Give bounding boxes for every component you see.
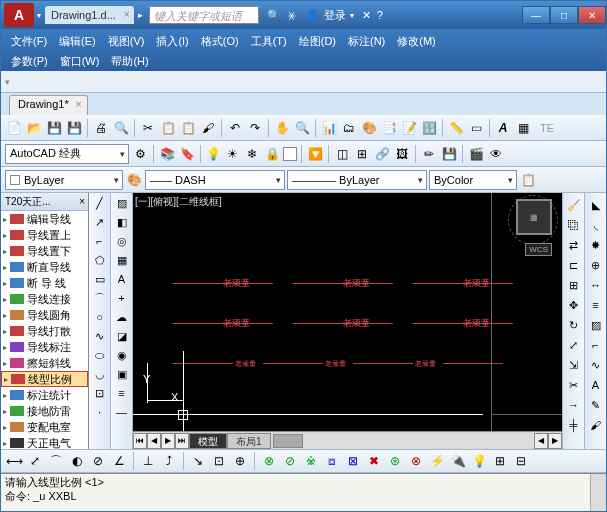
- addpt-icon[interactable]: +: [114, 290, 130, 306]
- prop-match-icon[interactable]: 🖌: [588, 417, 604, 433]
- menu-item[interactable]: 格式(O): [197, 34, 243, 49]
- circle-icon[interactable]: ○: [92, 309, 108, 325]
- spline-icon[interactable]: ∿: [92, 328, 108, 344]
- freeze-icon[interactable]: ❄: [243, 145, 261, 163]
- properties-icon[interactable]: 📊: [320, 119, 338, 137]
- ray-icon[interactable]: ↗: [92, 214, 108, 230]
- palette-item[interactable]: 变配电室: [1, 419, 88, 435]
- xref-icon[interactable]: 🔗: [373, 145, 391, 163]
- plotstyle-combo[interactable]: ByColor: [429, 170, 517, 190]
- line-icon[interactable]: ╱: [92, 195, 108, 211]
- paste-icon[interactable]: 📋: [179, 119, 197, 137]
- stretch-icon[interactable]: ⇲: [566, 357, 582, 373]
- xline-icon[interactable]: —: [114, 404, 130, 420]
- tolerance-icon[interactable]: ⊡: [210, 452, 228, 470]
- tool-palette-icon[interactable]: 🎨: [360, 119, 378, 137]
- palette-item[interactable]: 天正电气: [1, 435, 88, 449]
- palette-header[interactable]: T20天正...: [1, 193, 88, 211]
- dim-aligned-icon[interactable]: ⤢: [26, 452, 44, 470]
- tab-model[interactable]: 模型: [189, 433, 227, 449]
- edit-pline-icon[interactable]: ⌐: [588, 337, 604, 353]
- break-icon[interactable]: ╪: [566, 417, 582, 433]
- mline-icon[interactable]: ≡: [114, 385, 130, 401]
- gradient-icon[interactable]: ◧: [114, 214, 130, 230]
- palette-item[interactable]: 擦短斜线: [1, 355, 88, 371]
- menu-item[interactable]: 帮助(H): [107, 54, 152, 69]
- palette-item[interactable]: 导线置下: [1, 243, 88, 259]
- mirror-icon[interactable]: ⇄: [566, 237, 582, 253]
- boundary-icon[interactable]: ▣: [114, 366, 130, 382]
- elec-icon-5[interactable]: ⊠: [344, 452, 362, 470]
- palette-item[interactable]: 导线圆角: [1, 307, 88, 323]
- visual-icon[interactable]: 👁: [487, 145, 505, 163]
- polygon-icon[interactable]: ⬠: [92, 252, 108, 268]
- distance-icon[interactable]: 📏: [447, 119, 465, 137]
- cmd-scrollbar[interactable]: [590, 474, 606, 512]
- block-write-icon[interactable]: 💾: [440, 145, 458, 163]
- block-edit-icon[interactable]: ✏: [420, 145, 438, 163]
- erase-icon[interactable]: 🧹: [566, 197, 582, 213]
- view-cube[interactable]: ▦: [516, 199, 552, 235]
- elec-icon-3[interactable]: ※: [302, 452, 320, 470]
- leader-icon[interactable]: ↘: [189, 452, 207, 470]
- search-input[interactable]: 键入关键字或短语: [149, 6, 259, 24]
- close-button[interactable]: ✕: [578, 6, 606, 24]
- center-mark-icon[interactable]: ⊕: [231, 452, 249, 470]
- arc-icon[interactable]: ⌒: [92, 290, 108, 306]
- palette-item[interactable]: 接地防雷: [1, 403, 88, 419]
- elec-icon-11[interactable]: 💡: [470, 452, 488, 470]
- sheet-set-icon[interactable]: 📑: [380, 119, 398, 137]
- tab-layout1[interactable]: 布局1: [227, 433, 271, 449]
- elec-icon-9[interactable]: ⚡: [428, 452, 446, 470]
- elec-icon-10[interactable]: 🔌: [449, 452, 467, 470]
- dim-ord-icon[interactable]: ⊥: [139, 452, 157, 470]
- trim-icon[interactable]: ✂: [566, 377, 582, 393]
- dim-angular-icon[interactable]: ∠: [110, 452, 128, 470]
- wipeout-icon[interactable]: ◪: [114, 328, 130, 344]
- undo-icon[interactable]: ↶: [226, 119, 244, 137]
- palette-item[interactable]: 线型比例: [1, 371, 88, 387]
- wcs-label[interactable]: WCS: [525, 243, 552, 256]
- palette-item[interactable]: 导线置上: [1, 227, 88, 243]
- move-icon[interactable]: ✥: [566, 297, 582, 313]
- area-icon[interactable]: ▭: [467, 119, 485, 137]
- help-icon[interactable]: ?: [377, 9, 383, 21]
- document-tab[interactable]: Drawing1*: [9, 95, 88, 115]
- open-icon[interactable]: 📂: [25, 119, 43, 137]
- calc-icon[interactable]: 🔢: [420, 119, 438, 137]
- h-scrollbar[interactable]: [273, 434, 534, 448]
- layer-combo-icon[interactable]: 💡: [205, 145, 221, 163]
- revision-icon[interactable]: ☁: [114, 309, 130, 325]
- exchange-icon[interactable]: ✕: [362, 9, 371, 22]
- elec-icon-12[interactable]: ⊞: [491, 452, 509, 470]
- palette-item[interactable]: 标注统计: [1, 387, 88, 403]
- save-as-icon[interactable]: 💾: [65, 119, 83, 137]
- elec-icon-2[interactable]: ⊘: [281, 452, 299, 470]
- dim-diameter-icon[interactable]: ⊘: [89, 452, 107, 470]
- sun-icon[interactable]: ☀: [223, 145, 241, 163]
- fillet-icon[interactable]: ◟: [588, 217, 604, 233]
- dim-radius-icon[interactable]: ◐: [68, 452, 86, 470]
- palette-item[interactable]: 导线标注: [1, 339, 88, 355]
- new-icon[interactable]: 📄: [5, 119, 23, 137]
- dim-linear-icon[interactable]: ⟷: [5, 452, 23, 470]
- menu-item[interactable]: 参数(P): [7, 54, 52, 69]
- menu-item[interactable]: 绘图(D): [295, 34, 340, 49]
- markup-icon[interactable]: 📝: [400, 119, 418, 137]
- menu-item[interactable]: 标注(N): [344, 34, 389, 49]
- cut-icon[interactable]: ✂: [139, 119, 157, 137]
- pan-icon[interactable]: ✋: [273, 119, 291, 137]
- login-button[interactable]: 👤 登录 ▾: [306, 8, 354, 23]
- workspace-combo[interactable]: AutoCAD 经典: [5, 144, 129, 164]
- tab-next-icon[interactable]: ▶: [161, 433, 175, 449]
- menu-item[interactable]: 窗口(W): [56, 54, 104, 69]
- nav-icon[interactable]: ⚹: [287, 9, 296, 22]
- tab-prev-icon[interactable]: ◀: [147, 433, 161, 449]
- scale-icon[interactable]: ⤢: [566, 337, 582, 353]
- zoom-icon[interactable]: 🔍: [293, 119, 311, 137]
- elec-icon-6[interactable]: ✖: [365, 452, 383, 470]
- table-icon[interactable]: ▦: [514, 119, 532, 137]
- region-icon[interactable]: ◎: [114, 233, 130, 249]
- lock-icon[interactable]: 🔒: [263, 145, 281, 163]
- search-icon[interactable]: 🔍: [267, 9, 281, 22]
